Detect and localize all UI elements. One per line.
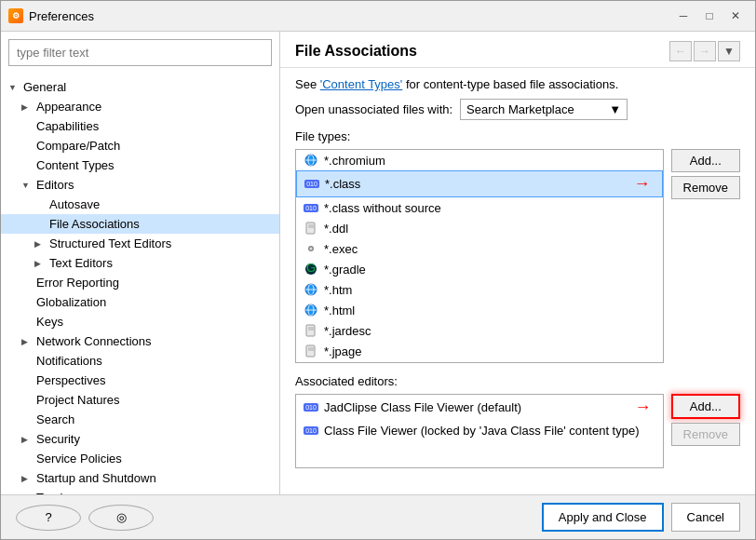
- tree-item[interactable]: Error Reporting: [1, 273, 279, 292]
- gear-icon: [304, 241, 318, 256]
- dropdown-nav-button[interactable]: ▼: [718, 41, 740, 61]
- file-type-item[interactable]: *.ddl: [296, 218, 663, 238]
- svg-rect-16: [306, 325, 315, 336]
- tree-item[interactable]: File Associations: [1, 214, 279, 234]
- tree-item-label: Notifications: [36, 354, 102, 368]
- file-type-item[interactable]: *.jpage: [296, 341, 663, 361]
- tree-item-label: Autosave: [49, 197, 100, 211]
- tree-item[interactable]: Globalization: [1, 292, 279, 312]
- tree-item[interactable]: Autosave: [1, 195, 279, 214]
- tree-item[interactable]: ▶Structured Text Editors: [1, 234, 279, 253]
- remove-file-type-button[interactable]: Remove: [671, 176, 740, 199]
- minimize-button[interactable]: ─: [671, 7, 695, 25]
- tree-arrow-icon: ▶: [21, 337, 33, 346]
- tree-item[interactable]: Notifications: [1, 351, 279, 371]
- gradle-icon: G: [304, 262, 318, 277]
- tree-item[interactable]: ▼Editors: [1, 175, 279, 195]
- content-types-link[interactable]: 'Content Types': [320, 77, 403, 91]
- file-type-label: *.html: [324, 304, 355, 317]
- help-button[interactable]: ?: [16, 505, 81, 531]
- bottom-left-buttons: ? ◎: [16, 505, 154, 531]
- dropdown-arrow-icon: ▼: [609, 102, 621, 116]
- tree-item-label: Network Connections: [36, 334, 152, 348]
- tree-item-label: Editors: [36, 178, 74, 192]
- tree-item-label: Structured Text Editors: [49, 236, 171, 250]
- maximize-button[interactable]: □: [697, 7, 722, 25]
- tree-item[interactable]: Search: [1, 410, 279, 429]
- svg-rect-3: [306, 223, 315, 234]
- 010-icon: 010: [304, 200, 318, 215]
- title-bar: ⚙ Preferences ─ □ ✕: [1, 1, 755, 32]
- file-type-item[interactable]: *.chromium: [296, 150, 663, 170]
- open-unassoc-dropdown[interactable]: Search Marketplace ▼: [460, 99, 628, 120]
- assoc-editors-list[interactable]: 010JadClipse Class File Viewer (default)…: [295, 394, 664, 468]
- filter-input[interactable]: [8, 39, 272, 66]
- file-type-item[interactable]: G*.gradle: [296, 259, 663, 279]
- tree-item-label: Perspectives: [36, 373, 105, 387]
- tree-item[interactable]: Service Policies: [1, 449, 279, 468]
- 010-icon: 010: [304, 400, 318, 415]
- tree-item-label: Appearance: [36, 100, 101, 114]
- tree-arrow-icon: ▶: [21, 474, 33, 483]
- preferences-dialog: ⚙ Preferences ─ □ ✕ ▼General▶AppearanceC…: [0, 0, 756, 540]
- file-type-item[interactable]: *.exec: [296, 238, 663, 259]
- tree-item[interactable]: ▶Security: [1, 429, 279, 449]
- file-type-label: *.jpage: [324, 344, 361, 358]
- close-button[interactable]: ✕: [723, 7, 748, 25]
- tree-item-label: Keys: [36, 315, 63, 329]
- assoc-editor-item[interactable]: 010Class File Viewer (locked by 'Java Cl…: [296, 420, 663, 440]
- tree-item[interactable]: Perspectives: [1, 371, 279, 390]
- tree-item-label: Capabilities: [36, 119, 99, 133]
- file-type-item[interactable]: *.html: [296, 300, 663, 320]
- tree-item-label: Security: [36, 432, 80, 446]
- back-button[interactable]: ←: [669, 41, 692, 61]
- tree-item[interactable]: ▶Network Connections: [1, 331, 279, 351]
- file-type-item[interactable]: 010*.class without source: [296, 197, 663, 218]
- tree-item[interactable]: Tracing: [1, 488, 279, 494]
- svg-rect-19: [306, 345, 315, 357]
- file-types-buttons: Add... Remove: [671, 149, 740, 363]
- tree-item[interactable]: Content Types: [1, 155, 279, 175]
- globe-icon: [304, 303, 318, 317]
- tree-item-label: Compare/Patch: [36, 139, 120, 153]
- file-type-item[interactable]: *.js: [296, 361, 663, 363]
- tree-item[interactable]: ▼General: [1, 77, 279, 97]
- tree-arrow-icon: ▶: [34, 259, 46, 268]
- dialog-title: Preferences: [29, 9, 94, 23]
- tree-item[interactable]: Compare/Patch: [1, 136, 279, 155]
- tree-item-label: Globalization: [36, 295, 106, 309]
- assoc-editors-label: Associated editors:: [295, 374, 740, 388]
- tree-item[interactable]: ▶Startup and Shutdown: [1, 468, 279, 488]
- tree-item[interactable]: Capabilities: [1, 116, 279, 136]
- assoc-editor-item[interactable]: 010JadClipse Class File Viewer (default)…: [296, 395, 663, 420]
- remove-assoc-editor-button[interactable]: Remove: [671, 423, 740, 446]
- file-types-label: File types:: [295, 129, 740, 143]
- file-type-item[interactable]: *.htm: [296, 279, 663, 300]
- open-unassoc-label: Open unassociated files with:: [295, 102, 452, 116]
- tree-item[interactable]: Keys: [1, 312, 279, 331]
- apply-and-close-button[interactable]: Apply and Close: [542, 503, 664, 532]
- file-type-item[interactable]: 010*.class→: [296, 170, 663, 197]
- file-icon: [304, 323, 318, 338]
- tree-item-label: Content Types: [36, 158, 115, 172]
- right-panel: File Associations ← → ▼ See 'Content Typ…: [280, 32, 755, 494]
- tree-item[interactable]: ▶Appearance: [1, 97, 279, 116]
- defaults-button[interactable]: ◎: [88, 505, 154, 531]
- cancel-button[interactable]: Cancel: [671, 503, 740, 532]
- assoc-editor-label: Class File Viewer (locked by 'Java Class…: [324, 424, 640, 438]
- bottom-bar: ? ◎ Apply and Close Cancel: [1, 494, 755, 539]
- red-arrow-assoc-annotation: →: [635, 398, 655, 417]
- forward-button[interactable]: →: [694, 41, 716, 61]
- tree-container: ▼General▶AppearanceCapabilitiesCompare/P…: [1, 74, 279, 494]
- red-arrow-annotation: →: [634, 174, 655, 194]
- add-assoc-editor-button[interactable]: Add...: [671, 394, 740, 419]
- file-types-list[interactable]: *.chromium010*.class→010*.class without …: [295, 149, 664, 363]
- add-file-type-button[interactable]: Add...: [671, 149, 740, 172]
- tree-item[interactable]: ▶Text Editors: [1, 253, 279, 273]
- file-type-item[interactable]: *.jardesc: [296, 320, 663, 341]
- tree-arrow-icon: ▶: [21, 435, 33, 444]
- file-type-label: *.exec: [324, 242, 358, 256]
- tree-item-label: Service Policies: [36, 452, 122, 466]
- window-controls: ─ □ ✕: [671, 7, 748, 25]
- tree-item[interactable]: Project Natures: [1, 390, 279, 410]
